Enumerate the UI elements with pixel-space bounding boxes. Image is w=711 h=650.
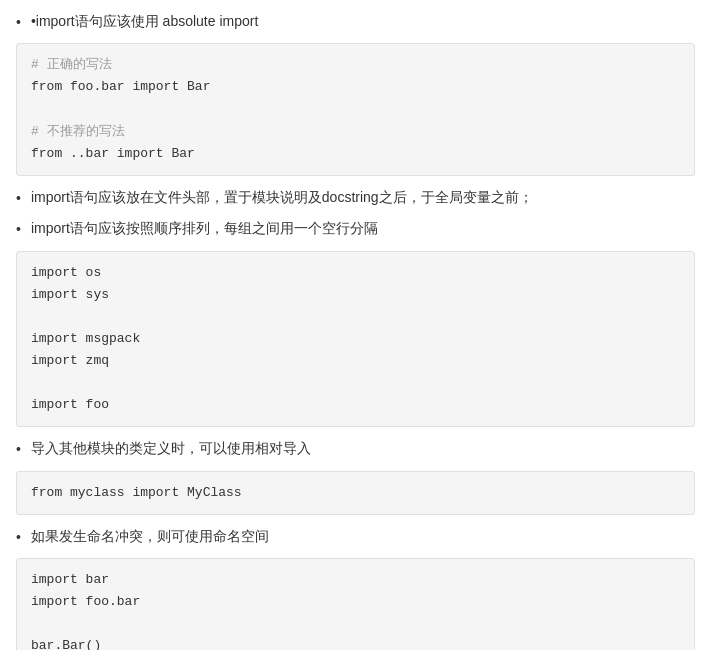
code-line-2: from ..bar import Bar: [31, 146, 195, 161]
bullet-text-1: import语句应该使用 absolute import: [36, 10, 259, 32]
code-comment-1: # 正确的写法: [31, 57, 112, 72]
bullet-text-4: 导入其他模块的类定义时，可以使用相对导入: [31, 437, 311, 459]
code-block-1: # 正确的写法 from foo.bar import Bar # 不推荐的写法…: [16, 43, 695, 175]
code-comment-2: # 不推荐的写法: [31, 124, 125, 139]
code-block-4: import bar import foo.bar bar.Bar() foo.…: [16, 558, 695, 650]
bullet-text-3: import语句应该按照顺序排列，每组之间用一个空行分隔: [31, 217, 378, 239]
bullet-text-5: 如果发生命名冲突，则可使用命名空间: [31, 525, 269, 547]
code-block-3: from myclass import MyClass: [16, 471, 695, 515]
code-block-2: import os import sys import msgpack impo…: [16, 251, 695, 428]
code-line-1: from foo.bar import Bar: [31, 79, 210, 94]
bullet-text-2: import语句应该放在文件头部，置于模块说明及docstring之后，于全局变…: [31, 186, 533, 208]
